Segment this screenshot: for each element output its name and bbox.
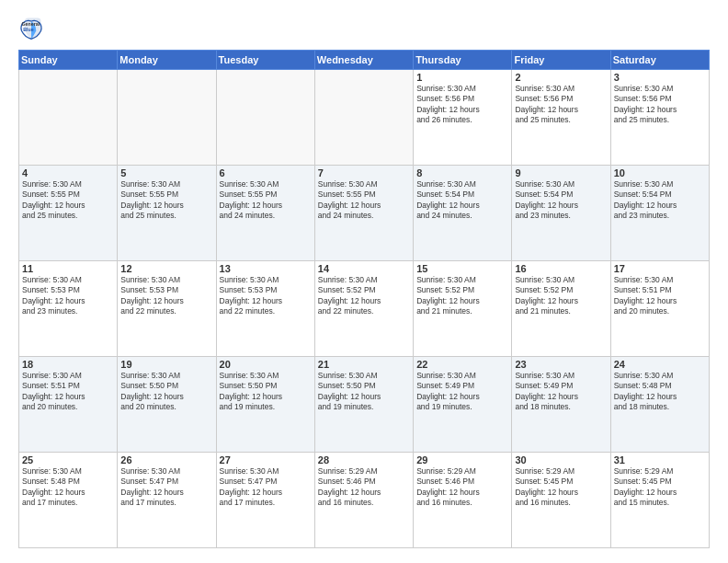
calendar-week-row: 25Sunrise: 5:30 AM Sunset: 5:48 PM Dayli…	[19, 453, 710, 548]
calendar-cell: 3Sunrise: 5:30 AM Sunset: 5:56 PM Daylig…	[610, 70, 709, 166]
weekday-header-row: SundayMondayTuesdayWednesdayThursdayFrid…	[19, 51, 710, 70]
calendar-cell	[314, 70, 413, 166]
day-number: 27	[220, 454, 312, 465]
calendar-cell: 26Sunrise: 5:30 AM Sunset: 5:47 PM Dayli…	[118, 453, 216, 548]
day-number: 3	[614, 72, 706, 83]
calendar-week-row: 1Sunrise: 5:30 AM Sunset: 5:56 PM Daylig…	[19, 70, 710, 166]
calendar-cell: 15Sunrise: 5:30 AM Sunset: 5:52 PM Dayli…	[414, 261, 512, 357]
day-info: Sunrise: 5:30 AM Sunset: 5:53 PM Dayligh…	[220, 275, 312, 317]
day-info: Sunrise: 5:30 AM Sunset: 5:55 PM Dayligh…	[22, 179, 114, 222]
day-number: 4	[22, 167, 114, 178]
day-number: 2	[515, 72, 607, 83]
calendar-cell: 10Sunrise: 5:30 AM Sunset: 5:54 PM Dayli…	[610, 166, 709, 261]
day-info: Sunrise: 5:30 AM Sunset: 5:56 PM Dayligh…	[614, 84, 706, 126]
weekday-header-thursday: Thursday	[414, 51, 512, 70]
calendar-cell: 27Sunrise: 5:30 AM Sunset: 5:47 PM Dayli…	[216, 453, 314, 548]
weekday-header-sunday: Sunday	[19, 51, 118, 70]
day-number: 1	[416, 72, 508, 83]
day-info: Sunrise: 5:30 AM Sunset: 5:48 PM Dayligh…	[614, 371, 706, 413]
day-number: 22	[416, 359, 508, 370]
day-info: Sunrise: 5:30 AM Sunset: 5:53 PM Dayligh…	[22, 275, 114, 317]
day-info: Sunrise: 5:30 AM Sunset: 5:56 PM Dayligh…	[515, 84, 607, 126]
day-info: Sunrise: 5:30 AM Sunset: 5:50 PM Dayligh…	[120, 371, 212, 413]
logo-icon: General Blue	[18, 15, 44, 40]
day-info: Sunrise: 5:30 AM Sunset: 5:52 PM Dayligh…	[318, 275, 410, 317]
calendar-cell: 29Sunrise: 5:29 AM Sunset: 5:46 PM Dayli…	[414, 453, 512, 548]
calendar-cell: 5Sunrise: 5:30 AM Sunset: 5:55 PM Daylig…	[118, 166, 216, 261]
calendar-cell: 2Sunrise: 5:30 AM Sunset: 5:56 PM Daylig…	[512, 70, 610, 166]
day-number: 12	[120, 263, 212, 274]
day-info: Sunrise: 5:30 AM Sunset: 5:52 PM Dayligh…	[416, 275, 508, 317]
day-number: 20	[220, 359, 312, 370]
day-info: Sunrise: 5:30 AM Sunset: 5:49 PM Dayligh…	[416, 371, 508, 413]
calendar-cell	[216, 70, 314, 166]
logo: General Blue	[18, 15, 44, 40]
day-number: 7	[318, 167, 410, 178]
day-info: Sunrise: 5:29 AM Sunset: 5:46 PM Dayligh…	[318, 466, 410, 509]
calendar-cell: 21Sunrise: 5:30 AM Sunset: 5:50 PM Dayli…	[314, 357, 413, 453]
calendar-cell: 16Sunrise: 5:30 AM Sunset: 5:52 PM Dayli…	[512, 261, 610, 357]
calendar-cell: 19Sunrise: 5:30 AM Sunset: 5:50 PM Dayli…	[118, 357, 216, 453]
day-info: Sunrise: 5:30 AM Sunset: 5:48 PM Dayligh…	[22, 466, 114, 509]
calendar-cell: 1Sunrise: 5:30 AM Sunset: 5:56 PM Daylig…	[414, 70, 512, 166]
day-info: Sunrise: 5:30 AM Sunset: 5:54 PM Dayligh…	[515, 179, 607, 222]
calendar: SundayMondayTuesdayWednesdayThursdayFrid…	[18, 50, 710, 548]
day-number: 15	[416, 263, 508, 274]
header: General Blue	[18, 15, 710, 40]
calendar-week-row: 18Sunrise: 5:30 AM Sunset: 5:51 PM Dayli…	[19, 357, 710, 453]
calendar-cell: 13Sunrise: 5:30 AM Sunset: 5:53 PM Dayli…	[216, 261, 314, 357]
page: General Blue SundayMondayTuesdayWednesda…	[0, 0, 728, 563]
calendar-cell: 25Sunrise: 5:30 AM Sunset: 5:48 PM Dayli…	[19, 453, 118, 548]
weekday-header-saturday: Saturday	[610, 51, 709, 70]
day-info: Sunrise: 5:30 AM Sunset: 5:49 PM Dayligh…	[515, 371, 607, 413]
calendar-cell: 7Sunrise: 5:30 AM Sunset: 5:55 PM Daylig…	[314, 166, 413, 261]
calendar-cell: 12Sunrise: 5:30 AM Sunset: 5:53 PM Dayli…	[118, 261, 216, 357]
day-number: 19	[120, 359, 212, 370]
calendar-cell	[19, 70, 118, 166]
calendar-cell: 22Sunrise: 5:30 AM Sunset: 5:49 PM Dayli…	[414, 357, 512, 453]
day-number: 31	[614, 454, 706, 465]
calendar-cell: 4Sunrise: 5:30 AM Sunset: 5:55 PM Daylig…	[19, 166, 118, 261]
day-number: 26	[120, 454, 212, 465]
calendar-cell: 23Sunrise: 5:30 AM Sunset: 5:49 PM Dayli…	[512, 357, 610, 453]
day-info: Sunrise: 5:29 AM Sunset: 5:45 PM Dayligh…	[515, 466, 607, 509]
day-number: 30	[515, 454, 607, 465]
day-number: 28	[318, 454, 410, 465]
day-info: Sunrise: 5:30 AM Sunset: 5:56 PM Dayligh…	[416, 84, 508, 126]
day-info: Sunrise: 5:30 AM Sunset: 5:47 PM Dayligh…	[220, 466, 312, 509]
calendar-cell	[118, 70, 216, 166]
day-number: 14	[318, 263, 410, 274]
day-info: Sunrise: 5:30 AM Sunset: 5:54 PM Dayligh…	[614, 179, 706, 222]
calendar-cell: 14Sunrise: 5:30 AM Sunset: 5:52 PM Dayli…	[314, 261, 413, 357]
day-number: 25	[22, 454, 114, 465]
day-info: Sunrise: 5:29 AM Sunset: 5:46 PM Dayligh…	[416, 466, 508, 509]
calendar-cell: 30Sunrise: 5:29 AM Sunset: 5:45 PM Dayli…	[512, 453, 610, 548]
calendar-cell: 20Sunrise: 5:30 AM Sunset: 5:50 PM Dayli…	[216, 357, 314, 453]
weekday-header-monday: Monday	[118, 51, 216, 70]
day-number: 6	[220, 167, 312, 178]
day-number: 9	[515, 167, 607, 178]
calendar-week-row: 4Sunrise: 5:30 AM Sunset: 5:55 PM Daylig…	[19, 166, 710, 261]
day-number: 5	[120, 167, 212, 178]
day-info: Sunrise: 5:30 AM Sunset: 5:51 PM Dayligh…	[614, 275, 706, 317]
day-number: 10	[614, 167, 706, 178]
day-info: Sunrise: 5:30 AM Sunset: 5:54 PM Dayligh…	[416, 179, 508, 222]
calendar-cell: 24Sunrise: 5:30 AM Sunset: 5:48 PM Dayli…	[610, 357, 709, 453]
day-info: Sunrise: 5:30 AM Sunset: 5:55 PM Dayligh…	[318, 179, 410, 222]
calendar-cell: 31Sunrise: 5:29 AM Sunset: 5:45 PM Dayli…	[610, 453, 709, 548]
day-info: Sunrise: 5:30 AM Sunset: 5:55 PM Dayligh…	[120, 179, 212, 222]
day-number: 18	[22, 359, 114, 370]
calendar-cell: 28Sunrise: 5:29 AM Sunset: 5:46 PM Dayli…	[314, 453, 413, 548]
day-info: Sunrise: 5:30 AM Sunset: 5:47 PM Dayligh…	[120, 466, 212, 509]
calendar-cell: 9Sunrise: 5:30 AM Sunset: 5:54 PM Daylig…	[512, 166, 610, 261]
calendar-cell: 6Sunrise: 5:30 AM Sunset: 5:55 PM Daylig…	[216, 166, 314, 261]
weekday-header-tuesday: Tuesday	[216, 51, 314, 70]
day-number: 8	[416, 167, 508, 178]
calendar-week-row: 11Sunrise: 5:30 AM Sunset: 5:53 PM Dayli…	[19, 261, 710, 357]
day-number: 24	[614, 359, 706, 370]
calendar-cell: 8Sunrise: 5:30 AM Sunset: 5:54 PM Daylig…	[414, 166, 512, 261]
day-number: 17	[614, 263, 706, 274]
calendar-cell: 18Sunrise: 5:30 AM Sunset: 5:51 PM Dayli…	[19, 357, 118, 453]
day-number: 13	[220, 263, 312, 274]
calendar-cell: 17Sunrise: 5:30 AM Sunset: 5:51 PM Dayli…	[610, 261, 709, 357]
